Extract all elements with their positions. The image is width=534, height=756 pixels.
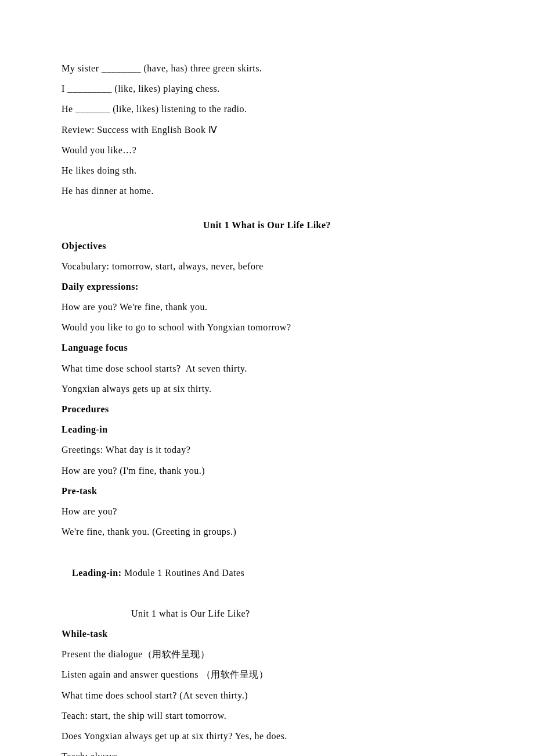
section-heading-leading-in-2: Leading-in: (72, 568, 122, 578)
body-text: How are you? (I'm fine, thank you.) (62, 460, 472, 481)
body-text: Unit 1 what is Our Life Like? (62, 603, 472, 624)
document-page: My sister ________ (have, has) three gre… (0, 0, 534, 756)
body-text: How are you? (62, 501, 472, 521)
body-text: Does Yongxian always get up at six thirt… (62, 726, 472, 746)
body-text: Teach: start, the ship will start tomorr… (62, 705, 472, 726)
unit-title: Unit 1 What is Our Life Like? (62, 215, 472, 235)
leading-in-line: Leading-in: Module 1 Routines And Dates (62, 542, 472, 603)
body-text: Listen again and answer questions （用软件呈现… (62, 664, 472, 685)
body-text: Yongxian always gets up at six thirty. (62, 379, 472, 399)
body-text: How are you? We're fine, thank you. (62, 297, 472, 317)
body-text: Would you like to go to school with Yong… (62, 317, 472, 337)
body-text: He likes doing sth. (62, 160, 472, 181)
section-heading-objectives: Objectives (62, 236, 472, 256)
body-text: I _________ (like, likes) playing chess. (62, 78, 472, 99)
section-heading-daily-expressions: Daily expressions: (62, 276, 472, 297)
body-text: Module 1 Routines And Dates (122, 568, 245, 578)
body-text: Review: Success with English Book Ⅳ (62, 120, 472, 140)
section-heading-while-task: While-task (62, 624, 472, 644)
body-text: He has dinner at home. (62, 181, 472, 201)
section-heading-leading-in: Leading-in (62, 419, 472, 440)
body-text: What time dose school starts? At seven t… (62, 358, 472, 379)
body-text: My sister ________ (have, has) three gre… (62, 58, 472, 78)
section-heading-language-focus: Language focus (62, 337, 472, 358)
body-text: We're fine, thank you. (Greeting in grou… (62, 521, 472, 542)
body-text: Vocabulary: tomorrow, start, always, nev… (62, 256, 472, 276)
section-heading-procedures: Procedures (62, 399, 472, 419)
section-heading-pre-task: Pre-task (62, 481, 472, 501)
body-text: What time does school start? (At seven t… (62, 685, 472, 705)
body-text: Present the dialogue（用软件呈现） (62, 644, 472, 664)
body-text: Teach: always (62, 746, 472, 756)
body-text: He _______ (like, likes) listening to th… (62, 99, 472, 119)
body-text: Greetings: What day is it today? (62, 440, 472, 460)
body-text: Would you like…? (62, 140, 472, 160)
